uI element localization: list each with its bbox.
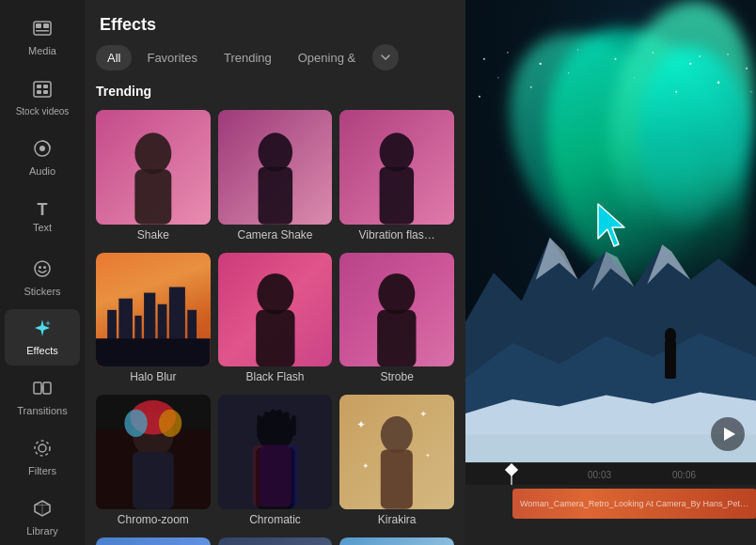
sidebar-item-filters[interactable]: Filters — [5, 428, 80, 485]
stock-videos-icon — [32, 79, 53, 102]
effects-panel: Effects All Favorites Trending Opening &… — [85, 0, 465, 545]
svg-point-89 — [497, 77, 498, 78]
svg-rect-54 — [277, 410, 282, 437]
svg-rect-5 — [37, 85, 41, 88]
effect-label-kirakira: Kirakira — [339, 513, 454, 530]
play-button[interactable] — [711, 417, 745, 451]
svg-point-47 — [159, 410, 181, 437]
effect-vibration-flash[interactable]: Vibration flas… — [339, 110, 454, 245]
svg-point-13 — [43, 266, 46, 269]
sidebar-item-library[interactable]: Library — [5, 489, 80, 545]
svg-text:✦: ✦ — [363, 461, 370, 471]
effect-strobe[interactable]: Strobe — [339, 253, 454, 388]
sidebar-label-text: Text — [33, 222, 52, 233]
playhead-diamond — [505, 463, 518, 476]
effect-label-strobe: Strobe — [339, 370, 454, 387]
svg-point-86 — [689, 63, 691, 65]
media-icon — [32, 18, 53, 41]
effect-label-chromo-zoom: Chromo-zoom — [96, 513, 211, 530]
svg-rect-14 — [34, 382, 41, 394]
effect-bottom-1[interactable] — [96, 537, 211, 545]
svg-text:✦: ✦ — [426, 451, 432, 459]
svg-rect-71 — [218, 537, 333, 545]
stickers-icon — [32, 258, 53, 282]
svg-rect-4 — [34, 82, 51, 97]
svg-rect-2 — [43, 23, 49, 28]
svg-rect-62 — [381, 450, 413, 509]
effect-label-vibration-flash: Vibration flas… — [339, 228, 454, 245]
svg-rect-15 — [43, 382, 51, 394]
svg-point-22 — [258, 132, 292, 171]
time-marker-2: 00:06 — [672, 469, 696, 479]
effects-title: Effects — [85, 0, 465, 44]
effect-thumb-vibration — [339, 110, 454, 225]
effect-thumb-chromo-zoom — [96, 395, 211, 509]
svg-point-37 — [257, 273, 293, 315]
effect-thumb-bottom-1 — [96, 537, 211, 545]
effect-chromatic[interactable]: Chromatic — [218, 395, 333, 530]
sidebar-label-transitions: Transitions — [17, 405, 67, 416]
effects-content: Trending — [85, 80, 465, 545]
svg-point-87 — [727, 54, 729, 55]
effect-chromo-zoom[interactable]: Chromo-zoom — [96, 395, 211, 530]
sidebar-item-effects[interactable]: Effects — [5, 309, 80, 366]
sidebar-item-audio[interactable]: Audio — [5, 130, 80, 186]
tab-trending[interactable]: Trending — [213, 45, 283, 70]
svg-point-80 — [483, 58, 485, 60]
svg-point-88 — [746, 68, 748, 70]
svg-text:✦: ✦ — [419, 410, 427, 420]
section-title-trending: Trending — [96, 84, 454, 99]
sidebar-label-filters: Filters — [28, 465, 56, 476]
svg-point-40 — [379, 273, 416, 315]
svg-rect-77 — [339, 537, 454, 545]
effect-camera-shake[interactable]: Camera Shake — [218, 110, 333, 245]
svg-point-95 — [699, 55, 701, 57]
sidebar-item-media[interactable]: Media — [5, 9, 80, 66]
svg-rect-6 — [43, 85, 48, 88]
sidebar-label-effects: Effects — [26, 345, 57, 356]
effect-halo-blur[interactable]: Halo Blur — [96, 253, 211, 388]
tab-more-button[interactable] — [372, 44, 399, 70]
effect-black-flash[interactable]: Black Flash — [218, 253, 333, 388]
svg-point-94 — [479, 96, 480, 98]
effect-thumb-shake — [96, 110, 211, 225]
sidebar-item-stock-videos[interactable]: Stock videos — [5, 70, 80, 126]
effect-label-shake: Shake — [96, 228, 211, 245]
text-icon: T — [38, 201, 48, 218]
sidebar-item-stickers[interactable]: Stickers — [5, 249, 80, 305]
svg-rect-35 — [96, 338, 211, 366]
effect-kirakira[interactable]: ✦ ✦ ✦ ✦ Kirakira — [339, 395, 454, 530]
sidebar-label-library: Library — [26, 525, 58, 537]
video-track[interactable]: Woman_Camera_Retro_Looking At Camera_By … — [512, 489, 756, 519]
effect-label-camera-shake: Camera Shake — [218, 228, 333, 245]
svg-point-85 — [652, 52, 654, 54]
svg-point-46 — [124, 410, 147, 437]
effect-bottom-2[interactable] — [218, 537, 333, 545]
svg-point-17 — [35, 441, 50, 456]
preview-area — [465, 0, 756, 462]
tab-favorites[interactable]: Favorites — [135, 45, 208, 70]
sidebar-label-media: Media — [28, 45, 56, 56]
svg-point-81 — [507, 52, 509, 54]
timeline: 00:03 00:06 00:09 Woman_Camera_Retro_Loo… — [465, 462, 756, 545]
svg-text:✦: ✦ — [357, 419, 367, 432]
sidebar-item-transitions[interactable]: Transitions — [5, 369, 80, 426]
effect-shake[interactable]: Shake — [96, 110, 211, 245]
tab-all[interactable]: All — [96, 45, 132, 70]
effect-thumb-halo-blur — [96, 253, 211, 367]
figure-body — [665, 339, 676, 379]
svg-rect-26 — [380, 167, 414, 225]
tab-opening[interactable]: Opening & — [287, 45, 367, 70]
sidebar-item-text[interactable]: T Text — [5, 189, 80, 245]
svg-rect-51 — [257, 415, 261, 438]
svg-rect-3 — [36, 30, 49, 32]
svg-rect-52 — [263, 413, 268, 438]
effect-thumb-bottom-2 — [218, 537, 333, 545]
effect-bottom-3[interactable] — [339, 537, 454, 545]
effect-thumb-camera-shake — [218, 110, 333, 225]
time-marker-1: 00:03 — [588, 469, 611, 479]
svg-rect-59 — [259, 445, 297, 507]
svg-rect-7 — [37, 90, 41, 94]
svg-rect-56 — [291, 415, 296, 436]
effect-label-halo-blur: Halo Blur — [96, 370, 211, 387]
